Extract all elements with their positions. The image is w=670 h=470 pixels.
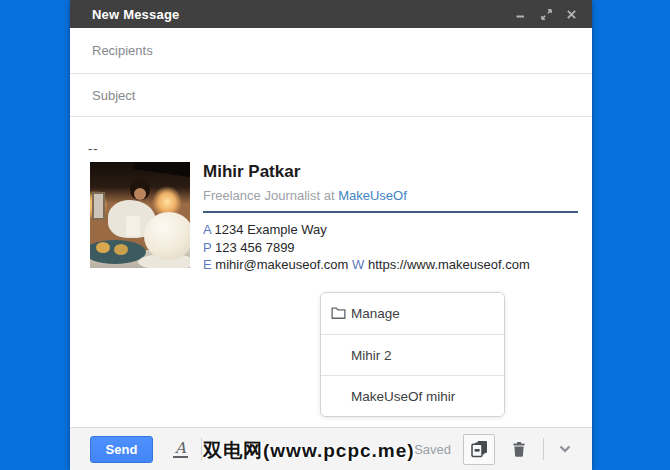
subject-field[interactable]: Subject — [70, 74, 592, 117]
company-link[interactable]: MakeUseOf — [338, 188, 407, 203]
subject-placeholder: Subject — [92, 88, 135, 103]
window-title: New Message — [92, 7, 179, 22]
watermark: 双电网(www.pcpc.me) — [203, 438, 415, 464]
signature-info: Mihir Patkar Freelance Journalist at Mak… — [203, 162, 578, 274]
menu-item-mihir-2[interactable]: Mihir 2 — [321, 334, 504, 375]
signature-rule — [203, 211, 578, 213]
photo-shape — [96, 242, 110, 253]
compose-window: New Message Recipients Subject — [70, 0, 592, 470]
desktop-background: New Message Recipients Subject — [0, 0, 670, 470]
compose-toolbar: Send A 双电网(www.pcpc.me) Saved — [70, 427, 592, 470]
signature-templates-button[interactable] — [463, 434, 495, 465]
signature-photo — [90, 162, 190, 268]
photo-shape — [126, 216, 140, 236]
formatting-options-icon[interactable]: A — [173, 441, 188, 458]
menu-item-label: Manage — [351, 306, 400, 321]
menu-item-label: MakeUseOf mihir — [351, 389, 455, 404]
menu-item-makeuseof-mihir[interactable]: MakeUseOf mihir — [321, 375, 504, 416]
phone-value: 123 456 7899 — [215, 240, 295, 255]
email-link[interactable]: mihir@makeuseof.com — [215, 257, 348, 272]
photo-shape — [134, 188, 146, 200]
signature-templates-menu: Manage Mihir 2 MakeUseOf mihir — [320, 292, 505, 417]
saved-status: Saved — [414, 442, 451, 457]
stacked-cards-icon — [469, 439, 489, 459]
signature-address-line: A 1234 Example Way — [203, 221, 578, 239]
website-key: W — [352, 257, 364, 272]
signature-delimiter: -- — [88, 141, 99, 156]
discard-draft-button[interactable] — [508, 438, 530, 460]
signature-phone-line: P 123 456 7899 — [203, 239, 578, 257]
recipients-field[interactable]: Recipients — [70, 28, 592, 74]
email-signature: Mihir Patkar Freelance Journalist at Mak… — [90, 162, 578, 274]
photo-shape — [144, 212, 190, 260]
photo-shape — [114, 244, 128, 255]
trash-icon — [510, 440, 528, 459]
signature-role: Freelance Journalist at MakeUseOf — [203, 188, 578, 203]
signature-name: Mihir Patkar — [203, 162, 578, 182]
expand-icon[interactable] — [539, 7, 553, 21]
signature-contact-lines: A 1234 Example Way P 123 456 7899 E mihi… — [203, 221, 578, 274]
address-key: A — [203, 222, 211, 237]
compose-titlebar[interactable]: New Message — [70, 0, 592, 28]
signature-role-text: Freelance Journalist at — [203, 188, 335, 203]
menu-item-label: Mihir 2 — [351, 348, 392, 363]
folder-icon — [331, 306, 346, 323]
photo-shape — [92, 192, 105, 220]
toolbar-divider — [543, 438, 544, 460]
toolbar-divider — [201, 438, 202, 460]
minimize-icon[interactable] — [514, 7, 528, 21]
more-options-button[interactable] — [556, 440, 574, 458]
website-link[interactable]: https://www.makeuseof.com — [368, 257, 530, 272]
signature-email-web-line: E mihir@makeuseof.com W https://www.make… — [203, 256, 578, 274]
email-key: E — [203, 257, 212, 272]
send-button[interactable]: Send — [90, 436, 153, 463]
chevron-down-icon — [559, 445, 571, 453]
recipients-placeholder: Recipients — [92, 43, 153, 58]
phone-key: P — [203, 240, 211, 255]
menu-item-manage[interactable]: Manage — [321, 293, 504, 334]
window-controls — [514, 7, 578, 21]
close-icon[interactable] — [564, 7, 578, 21]
address-value: 1234 Example Way — [215, 222, 327, 237]
